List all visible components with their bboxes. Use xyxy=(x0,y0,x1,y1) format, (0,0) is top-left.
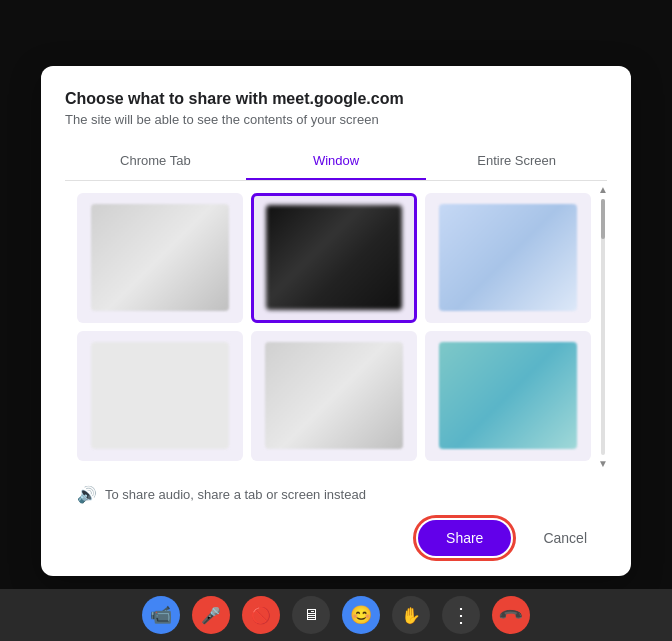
tab-chrome-tab[interactable]: Chrome Tab xyxy=(65,143,246,180)
thumb-preview-1 xyxy=(91,204,229,311)
taskbar-mute-mic-icon[interactable]: 🎤 xyxy=(192,596,230,634)
taskbar-raise-hand-icon[interactable]: ✋ xyxy=(392,596,430,634)
scrollbar[interactable]: ▲ ▼ xyxy=(599,181,607,473)
taskbar-present-icon[interactable]: 🖥 xyxy=(292,596,330,634)
taskbar: 📹 🎤 🚫 🖥 😊 ✋ ⋮ 📞 xyxy=(0,589,672,641)
window-thumb-5[interactable] xyxy=(251,331,417,461)
thumb-preview-5 xyxy=(265,342,403,449)
dialog-actions: Share Cancel xyxy=(65,504,607,556)
dialog-overlay: Choose what to share with meet.google.co… xyxy=(0,0,672,641)
dialog-title: Choose what to share with meet.google.co… xyxy=(65,90,607,108)
content-area: ▲ ▼ xyxy=(65,181,607,473)
audio-hint-text: To share audio, share a tab or screen in… xyxy=(105,487,366,502)
window-thumb-6[interactable] xyxy=(425,331,591,461)
cancel-button[interactable]: Cancel xyxy=(523,520,607,556)
thumb-preview-6 xyxy=(439,342,577,449)
taskbar-camera-icon[interactable]: 📹 xyxy=(142,596,180,634)
scroll-up-arrow[interactable]: ▲ xyxy=(598,185,607,195)
scroll-thumb xyxy=(601,199,605,239)
thumb-preview-2 xyxy=(266,205,402,310)
tab-window[interactable]: Window xyxy=(246,143,427,180)
thumb-preview-4 xyxy=(91,342,229,449)
audio-icon: 🔊 xyxy=(77,485,97,504)
dialog-subtitle: The site will be able to see the content… xyxy=(65,112,607,127)
window-thumb-1[interactable] xyxy=(77,193,243,323)
scroll-down-arrow[interactable]: ▼ xyxy=(598,459,607,469)
window-thumb-4[interactable] xyxy=(77,331,243,461)
window-grid[interactable] xyxy=(65,181,599,473)
tab-entire-screen[interactable]: Entire Screen xyxy=(426,143,607,180)
taskbar-emoji-icon[interactable]: 😊 xyxy=(342,596,380,634)
window-thumb-2[interactable] xyxy=(251,193,417,323)
taskbar-end-call-icon[interactable]: 📞 xyxy=(492,596,530,634)
taskbar-more-options-icon[interactable]: ⋮ xyxy=(442,596,480,634)
scroll-track xyxy=(601,199,605,455)
thumb-preview-3 xyxy=(439,204,577,311)
audio-hint-bar: 🔊 To share audio, share a tab or screen … xyxy=(65,473,607,504)
share-dialog: Choose what to share with meet.google.co… xyxy=(41,66,631,576)
window-thumb-3[interactable] xyxy=(425,193,591,323)
share-button[interactable]: Share xyxy=(418,520,511,556)
tab-bar: Chrome Tab Window Entire Screen xyxy=(65,143,607,181)
taskbar-mute-cam-icon[interactable]: 🚫 xyxy=(242,596,280,634)
